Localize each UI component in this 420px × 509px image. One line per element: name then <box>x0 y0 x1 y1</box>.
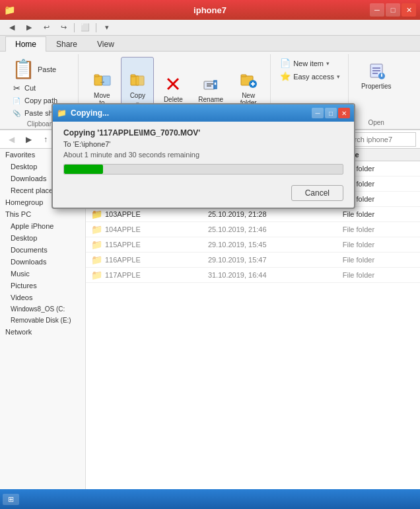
file-date-cell: 31.10.2019, 16:44 <box>203 268 337 283</box>
quick-access-toolbar: ◀ ▶ ↩ ↪ ⬜ ▾ <box>0 20 420 36</box>
easy-access-button[interactable]: ⭐ Easy access ▾ <box>277 70 343 83</box>
move-to-icon: → <box>91 69 112 91</box>
window-icon: 📁 <box>4 5 15 15</box>
minimize-button[interactable]: ─ <box>370 3 384 17</box>
file-date-cell: 29.10.2019, 15:45 <box>203 237 337 253</box>
properties-icon <box>366 60 387 81</box>
file-name-cell: 📁 104APPLE <box>86 222 203 237</box>
dialog-title-bar: 📁 Copying... ─ □ ✕ <box>53 104 354 122</box>
paste-button[interactable]: 📋 Paste <box>9 57 73 81</box>
new-item-button[interactable]: 📄 New item ▾ <box>277 57 343 69</box>
redo-button[interactable]: ↪ <box>57 22 70 34</box>
file-name-cell: 📁 116APPLE <box>86 253 203 268</box>
tab-share[interactable]: Share <box>46 36 87 52</box>
dialog-overlay: 📁 Copying... ─ □ ✕ Copying '117APPLE\IMG… <box>52 103 355 209</box>
sidebar-item-network[interactable]: Network <box>0 326 85 338</box>
sidebar-item-removable[interactable]: Removable Disk (E:) <box>0 315 85 326</box>
close-button[interactable]: ✕ <box>402 3 416 17</box>
paste-label: Paste <box>38 65 56 73</box>
file-date-cell: 25.10.2019, 21:46 <box>203 222 337 237</box>
dialog-window-icon: 📁 <box>57 108 67 118</box>
sidebar-item-music[interactable]: Music <box>0 268 85 280</box>
dialog-minimize-button[interactable]: ─ <box>312 108 324 118</box>
folder-name: 📁 115APPLE <box>91 239 141 250</box>
main-window: 📁 iphone7 ─ □ ✕ ◀ ▶ ↩ ↪ ⬜ ▾ Home Share V… <box>0 0 420 430</box>
easy-access-arrow: ▾ <box>337 73 340 80</box>
cut-button[interactable]: ✂ Cut <box>9 82 73 94</box>
new-group-items: 📄 New item ▾ ⭐ Easy access ▾ <box>277 57 343 83</box>
file-type-cell: File folder <box>337 237 420 253</box>
delete-label: Delete <box>164 96 183 103</box>
title-bar: 📁 iphone7 ─ □ ✕ <box>0 0 420 20</box>
svg-rect-5 <box>131 75 135 77</box>
copy-path-icon: 📄 <box>11 95 22 106</box>
title-bar-controls: ─ □ ✕ <box>370 3 416 17</box>
dialog-footer: Cancel <box>53 182 354 208</box>
file-type-cell: File folder <box>337 222 420 237</box>
progress-bar-container <box>63 164 343 175</box>
tab-home[interactable]: Home <box>5 36 46 52</box>
addr-up-button[interactable]: ↑ <box>38 132 53 147</box>
undo-button[interactable]: ↩ <box>40 22 53 34</box>
tab-view[interactable]: View <box>87 36 124 52</box>
svg-text:→: → <box>99 78 106 85</box>
start-button[interactable]: ⊞ <box>3 494 19 505</box>
cut-icon: ✂ <box>11 83 22 93</box>
rename-icon <box>200 73 221 95</box>
dialog-body: Copying '117APPLE\IMG_7070.MOV' To 'E:\i… <box>53 122 354 182</box>
addr-back-button[interactable]: ◀ <box>4 132 18 147</box>
table-row[interactable]: 📁 104APPLE 25.10.2019, 21:46 File folder <box>86 222 420 237</box>
properties-label: Properties <box>361 83 392 90</box>
maximize-button[interactable]: □ <box>386 3 400 17</box>
cancel-button[interactable]: Cancel <box>291 185 343 201</box>
customise-toolbar-button[interactable]: ▾ <box>100 22 114 34</box>
folder-icon: 📁 <box>91 209 102 219</box>
file-date-cell: 29.10.2019, 15:47 <box>203 253 337 268</box>
sidebar-item-pictures[interactable]: Pictures <box>0 280 85 292</box>
easy-access-icon: ⭐ <box>280 71 291 81</box>
svg-rect-16 <box>241 75 246 77</box>
delete-icon <box>162 73 184 95</box>
separator2 <box>96 23 96 32</box>
sidebar-item-desktop2[interactable]: Desktop <box>0 232 85 244</box>
table-row[interactable]: 📁 115APPLE 29.10.2019, 15:45 File folder <box>86 237 420 253</box>
copying-dialog: 📁 Copying... ─ □ ✕ Copying '117APPLE\IMG… <box>52 103 355 209</box>
copy-icon <box>127 69 148 91</box>
copy-label: Copy <box>130 92 145 99</box>
table-row[interactable]: 📁 117APPLE 31.10.2019, 16:44 File folder <box>86 268 420 283</box>
sidebar-item-iphone[interactable]: Apple iPhone <box>0 220 85 232</box>
properties-button[interactable]: Properties <box>355 57 398 93</box>
sidebar-item-documents[interactable]: Documents <box>0 244 85 256</box>
dialog-source: Copying '117APPLE\IMG_7070.MOV' <box>63 128 343 137</box>
folder-name: 📁 104APPLE <box>91 224 141 235</box>
taskbar: ⊞ <box>0 489 420 509</box>
svg-point-26 <box>381 73 382 74</box>
folder-name: 📁 117APPLE <box>91 270 141 280</box>
folder-icon: 📁 <box>91 270 102 280</box>
open-group: Properties Open <box>350 54 403 128</box>
folder-name: 📁 103APPLE <box>91 209 141 219</box>
dialog-title-text: Copying... <box>71 108 109 118</box>
forward-button[interactable]: ▶ <box>22 22 36 34</box>
sidebar-item-videos[interactable]: Videos <box>0 292 85 303</box>
back-button[interactable]: ◀ <box>5 22 18 34</box>
table-row[interactable]: 📁 116APPLE 29.10.2019, 15:47 File folder <box>86 253 420 268</box>
rename-label: Rename <box>198 96 223 103</box>
new-item-label: New item <box>293 59 324 67</box>
file-name-cell: 📁 115APPLE <box>86 237 203 253</box>
addr-forward-button[interactable]: ▶ <box>21 132 36 147</box>
properties-quick-button[interactable]: ⬜ <box>79 22 92 34</box>
cut-label: Cut <box>24 84 36 92</box>
sidebar-item-windows[interactable]: Windows8_OS (C: <box>0 303 85 315</box>
title-bar-left: 📁 <box>4 5 15 15</box>
ribbon-tabs: Home Share View <box>0 36 420 52</box>
dialog-close-button[interactable]: ✕ <box>338 108 350 118</box>
sidebar-item-downloads2[interactable]: Downloads <box>0 256 85 268</box>
dialog-title-controls: ─ □ ✕ <box>312 108 350 118</box>
open-group-buttons: Properties <box>355 57 398 93</box>
folder-icon: 📁 <box>91 224 102 235</box>
sidebar-item-thispc[interactable]: This PC <box>0 208 85 220</box>
paste-icon: 📋 <box>12 58 35 80</box>
folder-name: 📁 116APPLE <box>91 255 141 265</box>
dialog-maximize-button[interactable]: □ <box>325 108 337 118</box>
